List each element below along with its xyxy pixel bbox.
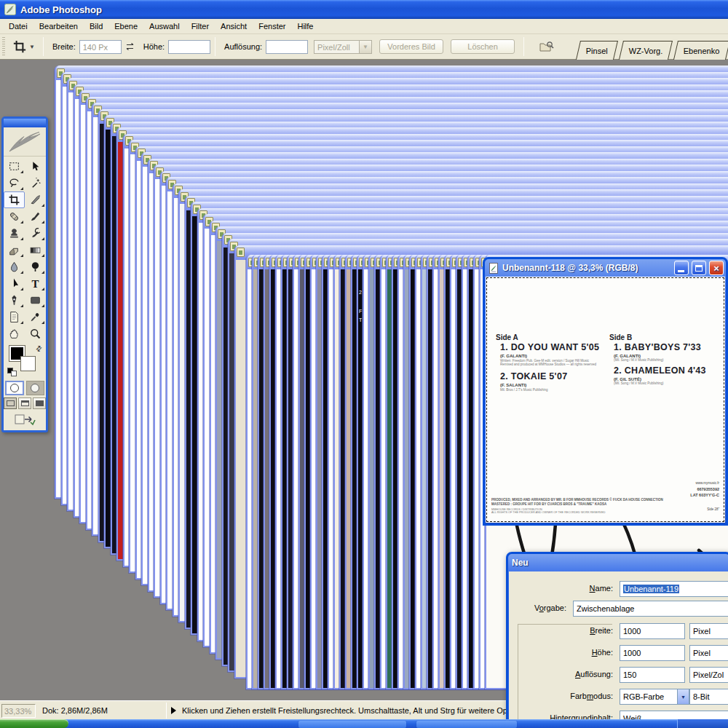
svg-text:T: T: [32, 278, 39, 290]
color-swatches: ⇄: [4, 344, 46, 379]
tool-preset-picker[interactable]: ▼: [9, 39, 39, 55]
taskbar-button[interactable]: [298, 721, 406, 728]
start-button[interactable]: [0, 719, 68, 728]
record-right-code: LAT 603YY'G-C: [665, 493, 719, 497]
resolution-unit-dropdown[interactable]: Pixel/Zoll ▼: [314, 40, 372, 54]
menu-item-datei[interactable]: Datei: [3, 20, 33, 33]
tool-blur[interactable]: [4, 258, 25, 275]
document-window-titlebar[interactable]: Unbenannt-118 @ 33,3% (RGB/8) ×: [485, 259, 726, 277]
width-unit-dropdown[interactable]: Pixel: [689, 623, 728, 639]
resolution-input[interactable]: [266, 40, 308, 54]
tool-brush[interactable]: [25, 208, 46, 225]
palette-well-tab-pinsel[interactable]: Pinsel: [576, 41, 618, 60]
color-mode-dropdown[interactable]: RGB-Farbe ▼: [620, 689, 689, 705]
dialog-body: Name: Unbenannt-119 Vorgabe: Zwischenabl…: [509, 571, 728, 728]
tool-hand[interactable]: [4, 325, 25, 342]
tool-move[interactable]: [25, 158, 46, 175]
tool-eyedropper[interactable]: [25, 309, 46, 325]
width-input[interactable]: 140 Px: [79, 40, 122, 54]
record-track-a2-sub: Mil. Bros / J.T's Music Publishing: [500, 388, 548, 392]
menu-item-ansicht[interactable]: Ansicht: [215, 20, 253, 33]
menu-item-bild[interactable]: Bild: [84, 20, 108, 33]
tool-history-brush[interactable]: [25, 225, 46, 242]
minimize-button[interactable]: [674, 261, 689, 275]
tool-notes[interactable]: [4, 309, 25, 325]
front-image-button[interactable]: Vorderes Bild: [379, 39, 443, 54]
menu-item-bearbeiten[interactable]: Bearbeiten: [33, 20, 84, 33]
menu-item-auswahl[interactable]: Auswahl: [143, 20, 186, 33]
maximize-button[interactable]: [692, 261, 706, 275]
jump-to-imageready-button[interactable]: [12, 412, 38, 427]
zoom-icon: [29, 328, 41, 340]
slice-icon: [29, 194, 41, 206]
tool-lasso[interactable]: [4, 175, 25, 191]
status-menu-arrow-icon[interactable]: [171, 707, 176, 714]
file-browser-icon[interactable]: [539, 39, 555, 54]
standard-mode-button[interactable]: [5, 381, 24, 395]
palette-well-tab-ebenenko[interactable]: Ebenenko: [673, 41, 728, 60]
quick-mask-mode-button[interactable]: [26, 381, 44, 395]
toolbox-palette[interactable]: T ⇄: [1, 116, 48, 432]
height-input[interactable]: [168, 40, 210, 54]
standard-screen-mode-button[interactable]: [4, 397, 17, 409]
document-size-readout[interactable]: Dok: 2,86M/2,86M: [42, 706, 108, 715]
dialog-titlebar[interactable]: Neu: [508, 554, 728, 571]
tool-magic-wand[interactable]: [25, 175, 46, 191]
close-button[interactable]: ×: [709, 261, 724, 275]
resolution-unit-dropdown[interactable]: Pixel/Zol: [689, 667, 728, 683]
bit-depth-dropdown[interactable]: 8-Bit: [689, 689, 728, 705]
image-fragment-glyph: 2: [359, 290, 362, 295]
height-label: Höhe:: [509, 648, 617, 657]
record-side-b-label: Side B: [609, 333, 632, 341]
record-footer-line4: ALL RIGHTS OF THE PRODUCER AND OWNER OF …: [491, 511, 606, 514]
document-icon: [237, 248, 245, 257]
record-right-number: 6679355392: [665, 487, 719, 491]
separator: [523, 37, 524, 56]
document-window-unbenannt-118[interactable]: Unbenannt-118 @ 33,3% (RGB/8) × Side A 1…: [483, 257, 728, 526]
background-color-swatch[interactable]: [20, 356, 36, 371]
menu-item-fenster[interactable]: Fenster: [253, 20, 291, 33]
tool-zoom[interactable]: [25, 325, 46, 342]
menu-item-ebene[interactable]: Ebene: [108, 20, 143, 33]
resolution-input[interactable]: 150: [620, 667, 685, 683]
menu-item-hilfe[interactable]: Hilfe: [291, 20, 319, 33]
tool-crop[interactable]: [4, 191, 25, 208]
clear-button[interactable]: Löschen: [451, 39, 515, 54]
tool-pen[interactable]: [4, 292, 25, 309]
tool-dodge[interactable]: [25, 258, 46, 275]
tool-eraser[interactable]: [4, 242, 25, 258]
preset-dropdown[interactable]: Zwischenablage: [573, 601, 728, 617]
width-input[interactable]: 1000: [620, 623, 685, 639]
zoom-level-input[interactable]: 33,33%: [1, 704, 36, 718]
record-track-b2: 2. CHAMELEON 4'43: [614, 365, 706, 376]
fullscreen-mode-button[interactable]: [33, 397, 46, 409]
fullscreen-menubar-mode-button[interactable]: [18, 397, 31, 409]
toolbox-titlebar[interactable]: [4, 119, 46, 127]
swap-colors-icon[interactable]: ⇄: [33, 344, 44, 354]
record-footer-line1: PRODUCED, MIXED AND ARRANGED BY MR. B FO…: [491, 498, 663, 502]
name-value: Unbenannt-119: [623, 585, 679, 593]
lasso-icon: [8, 177, 20, 189]
tool-gradient[interactable]: [25, 242, 46, 258]
tool-clone-stamp[interactable]: [4, 225, 25, 242]
document-canvas[interactable]: Side A 1. DO YOU WANT 5'05 (F. GALANTI) …: [486, 277, 725, 523]
height-unit-dropdown[interactable]: Pixel: [689, 645, 728, 661]
tool-rectangular-marquee[interactable]: [4, 158, 25, 175]
taskbar-button[interactable]: [416, 721, 517, 728]
name-input[interactable]: Unbenannt-119: [620, 581, 728, 597]
record-track-a2-credit: (F. SALANTI): [500, 383, 526, 387]
default-colors-icon[interactable]: [7, 368, 17, 377]
tool-path-selection[interactable]: [4, 275, 25, 292]
tool-shape[interactable]: [25, 292, 46, 309]
tool-type[interactable]: T: [25, 275, 46, 292]
app-titlebar[interactable]: Adobe Photoshop: [0, 0, 728, 19]
menu-item-filter[interactable]: Filter: [186, 20, 215, 33]
preset-dropdown-caret: ▼: [29, 44, 35, 50]
height-input[interactable]: 1000: [620, 645, 685, 661]
tool-healing-brush[interactable]: [4, 208, 25, 225]
palette-well-tab-wzvorg[interactable]: WZ-Vorg.: [619, 41, 673, 60]
new-document-dialog[interactable]: Neu Name: Unbenannt-119 Vorgabe: Zwische…: [506, 552, 728, 728]
options-bar-grip[interactable]: [2, 37, 5, 56]
swap-dimensions-icon[interactable]: [124, 41, 136, 52]
tool-slice[interactable]: [25, 191, 46, 208]
